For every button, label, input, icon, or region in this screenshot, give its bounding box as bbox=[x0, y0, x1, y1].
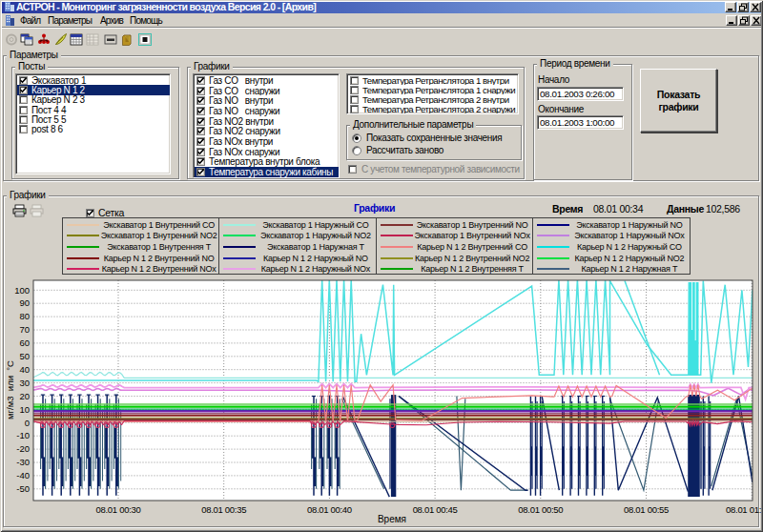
svg-text:0: 0 bbox=[25, 418, 30, 428]
svg-text:100: 100 bbox=[14, 285, 30, 296]
svg-text:-30: -30 bbox=[16, 457, 30, 467]
svg-text:20: 20 bbox=[19, 391, 30, 401]
svg-text:08.01 00:45: 08.01 00:45 bbox=[413, 504, 458, 515]
svg-text:60: 60 bbox=[19, 338, 30, 348]
svg-text:-10: -10 bbox=[16, 430, 30, 440]
svg-text:08.01 00:30: 08.01 00:30 bbox=[96, 504, 141, 515]
svg-text:08.01 00:55: 08.01 00:55 bbox=[624, 504, 669, 515]
svg-text:50: 50 bbox=[19, 351, 30, 361]
svg-text:80: 80 bbox=[19, 311, 30, 321]
svg-text:30: 30 bbox=[19, 378, 30, 388]
svg-text:мг/м3 или °C: мг/м3 или °C bbox=[5, 360, 15, 419]
svg-text:08.01 00:40: 08.01 00:40 bbox=[307, 504, 352, 515]
svg-text:40: 40 bbox=[19, 364, 30, 375]
svg-text:-40: -40 bbox=[16, 470, 30, 481]
svg-text:10: 10 bbox=[19, 404, 30, 415]
svg-text:08.01 00:50: 08.01 00:50 bbox=[518, 504, 563, 515]
svg-text:08.01 01:00:0: 08.01 01:00:0 bbox=[726, 504, 763, 515]
svg-text:90: 90 bbox=[19, 297, 30, 308]
svg-text:70: 70 bbox=[19, 324, 30, 335]
svg-text:-50: -50 bbox=[16, 483, 30, 494]
svg-text:08.01 00:35: 08.01 00:35 bbox=[201, 504, 246, 515]
svg-text:-20: -20 bbox=[16, 443, 30, 454]
svg-text:Время: Время bbox=[378, 514, 406, 524]
